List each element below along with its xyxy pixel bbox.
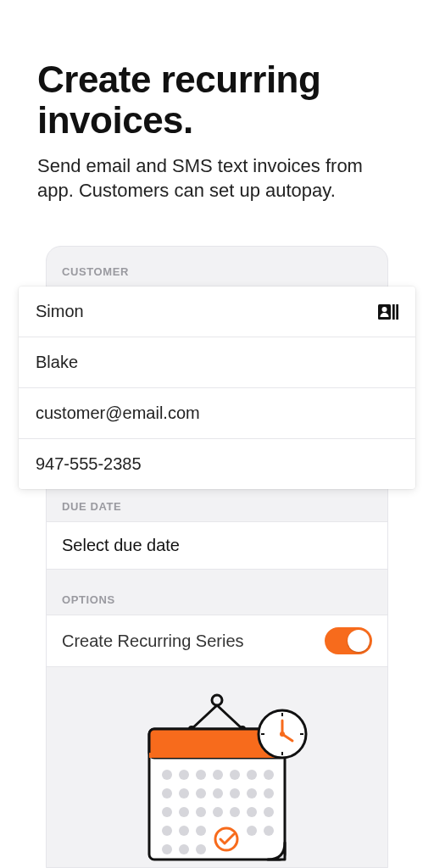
contact-card-icon[interactable]: [378, 303, 398, 320]
svg-point-24: [162, 807, 172, 817]
clock-icon: [259, 710, 306, 758]
first-name-row[interactable]: [19, 287, 415, 337]
recurring-series-label: Create Recurring Series: [62, 632, 244, 651]
calendar-illustration: [0, 690, 434, 868]
svg-point-10: [162, 770, 172, 780]
svg-point-29: [247, 807, 257, 817]
svg-point-22: [247, 788, 257, 798]
svg-point-33: [196, 826, 206, 836]
options-section-label: OPTIONS: [47, 593, 387, 615]
svg-point-14: [230, 770, 240, 780]
email-input[interactable]: [36, 403, 398, 423]
svg-point-19: [196, 788, 206, 798]
svg-rect-2: [392, 304, 395, 320]
svg-point-18: [179, 788, 189, 798]
email-row[interactable]: [19, 388, 415, 439]
svg-point-13: [213, 770, 223, 780]
svg-point-34: [247, 826, 257, 836]
recurring-series-row: Create Recurring Series: [47, 615, 387, 667]
customer-popup: [19, 287, 415, 489]
svg-point-28: [230, 807, 240, 817]
svg-point-23: [264, 788, 274, 798]
svg-point-30: [264, 807, 274, 817]
svg-rect-9: [149, 753, 285, 758]
svg-point-11: [179, 770, 189, 780]
svg-point-26: [196, 807, 206, 817]
svg-point-1: [382, 307, 387, 312]
svg-point-15: [247, 770, 257, 780]
last-name-row[interactable]: [19, 337, 415, 388]
svg-point-20: [213, 788, 223, 798]
first-name-input[interactable]: [36, 302, 378, 321]
page-subtitle: Send email and SMS text invoices from ap…: [0, 142, 434, 203]
toggle-knob: [348, 630, 370, 652]
svg-point-16: [264, 770, 274, 780]
svg-point-36: [162, 844, 172, 854]
svg-point-4: [212, 695, 222, 705]
recurring-series-toggle[interactable]: [325, 627, 372, 654]
svg-rect-3: [396, 304, 398, 320]
page-title: Create recurring invoices.: [0, 0, 434, 142]
svg-point-38: [196, 844, 206, 854]
phone-input[interactable]: [36, 454, 398, 474]
svg-point-25: [179, 807, 189, 817]
svg-point-27: [213, 807, 223, 817]
svg-point-12: [196, 770, 206, 780]
svg-point-37: [179, 844, 189, 854]
svg-point-35: [264, 826, 274, 836]
svg-point-31: [162, 826, 172, 836]
last-name-input[interactable]: [36, 353, 398, 372]
due-date-section-label: DUE DATE: [47, 500, 387, 521]
customer-section-label: CUSTOMER: [47, 265, 387, 287]
due-date-select[interactable]: Select due date: [47, 521, 387, 570]
phone-row[interactable]: [19, 439, 415, 489]
svg-point-17: [162, 788, 172, 798]
svg-point-21: [230, 788, 240, 798]
svg-point-32: [179, 826, 189, 836]
